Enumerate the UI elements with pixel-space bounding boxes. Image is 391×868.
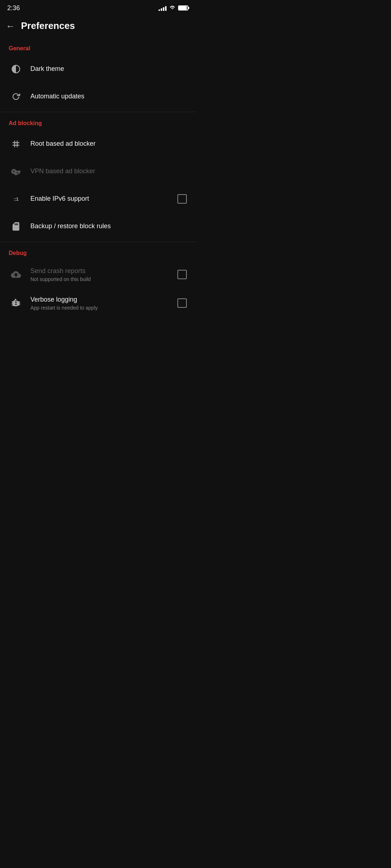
section-header-general: General <box>0 39 196 55</box>
theme-icon <box>9 62 23 76</box>
divider-1 <box>0 242 196 242</box>
wifi-icon <box>169 5 176 11</box>
checkbox-verbose-logging[interactable] <box>177 298 187 308</box>
status-bar: 2:36 <box>0 0 196 14</box>
toolbar: ← Preferences <box>0 14 196 39</box>
preferences-content: GeneralDark themeAutomatic updatesAd blo… <box>0 39 196 317</box>
pref-item-backup-rules[interactable]: Backup / restore block rules <box>0 213 196 240</box>
pref-text-send-crash-reports: Send crash reportsNot supported on this … <box>30 267 170 282</box>
pref-text-ipv6-support: Enable IPv6 support <box>30 194 170 203</box>
pref-item-verbose-logging[interactable]: Verbose loggingApp restart is needed to … <box>0 289 196 317</box>
pref-item-ipv6-support[interactable]: ::1Enable IPv6 support <box>0 185 196 213</box>
checkbox-ipv6-support[interactable] <box>177 194 187 204</box>
upload-icon <box>9 267 23 282</box>
pref-label-verbose-logging: Verbose logging <box>30 295 170 304</box>
pref-label-dark-theme: Dark theme <box>30 64 187 73</box>
back-button[interactable]: ← <box>6 21 15 31</box>
sd-icon <box>9 219 23 234</box>
status-icons <box>159 5 188 11</box>
pref-text-root-ad-blocker: Root based ad blocker <box>30 139 187 148</box>
pref-item-vpn-ad-blocker[interactable]: VPN based ad blocker <box>0 158 196 185</box>
key-icon <box>9 164 23 179</box>
pref-label-ipv6-support: Enable IPv6 support <box>30 194 170 203</box>
hash-icon <box>9 137 23 151</box>
refresh-icon <box>9 89 23 104</box>
pref-sublabel-send-crash-reports: Not supported on this build <box>30 276 170 282</box>
pref-text-backup-rules: Backup / restore block rules <box>30 222 187 231</box>
pref-text-dark-theme: Dark theme <box>30 64 187 73</box>
pref-item-send-crash-reports[interactable]: Send crash reportsNot supported on this … <box>0 260 196 289</box>
bug-icon <box>9 296 23 310</box>
pref-label-vpn-ad-blocker: VPN based ad blocker <box>30 167 187 176</box>
section-header-ad-blocking: Ad blocking <box>0 114 196 130</box>
divider-0 <box>0 112 196 112</box>
section-header-debug: Debug <box>0 243 196 260</box>
pref-label-send-crash-reports: Send crash reports <box>30 267 170 276</box>
ipv6-icon: ::1 <box>9 192 23 206</box>
checkbox-send-crash-reports[interactable] <box>177 270 187 279</box>
battery-icon <box>178 5 188 10</box>
pref-item-automatic-updates[interactable]: Automatic updates <box>0 83 196 110</box>
page-title: Preferences <box>21 20 75 31</box>
pref-text-verbose-logging: Verbose loggingApp restart is needed to … <box>30 295 170 311</box>
pref-item-root-ad-blocker[interactable]: Root based ad blocker <box>0 130 196 158</box>
pref-label-automatic-updates: Automatic updates <box>30 92 187 101</box>
pref-text-automatic-updates: Automatic updates <box>30 92 187 101</box>
status-time: 2:36 <box>7 4 20 12</box>
pref-item-dark-theme[interactable]: Dark theme <box>0 55 196 83</box>
pref-label-root-ad-blocker: Root based ad blocker <box>30 139 187 148</box>
pref-sublabel-verbose-logging: App restart is needed to apply <box>30 305 170 311</box>
signal-icon <box>159 5 167 11</box>
pref-text-vpn-ad-blocker: VPN based ad blocker <box>30 167 187 176</box>
pref-label-backup-rules: Backup / restore block rules <box>30 222 187 231</box>
